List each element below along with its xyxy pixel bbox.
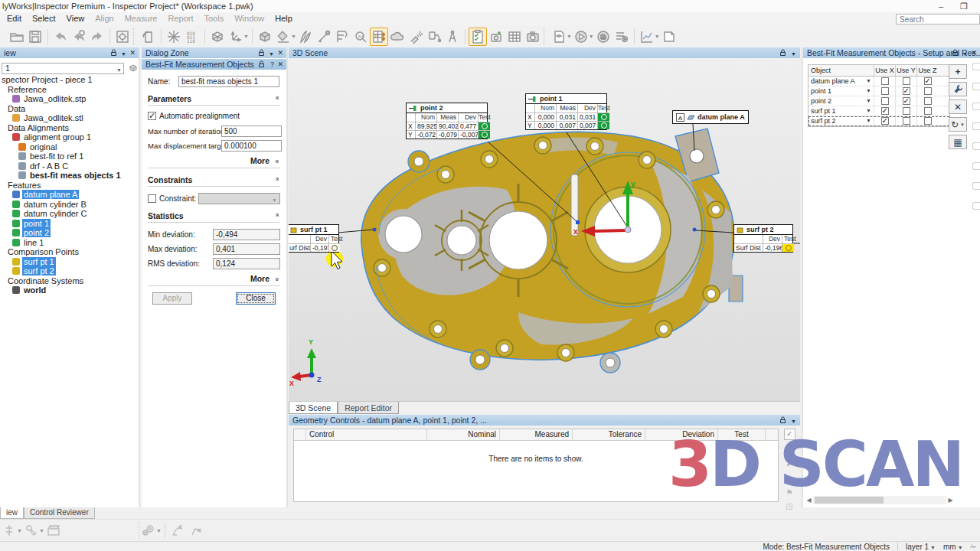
spray-icon[interactable] bbox=[407, 28, 425, 46]
tree-item-surf-pt-1[interactable]: surf pt 1 bbox=[0, 257, 139, 267]
tree-item-data-alignments[interactable]: Data Alignments bbox=[0, 123, 139, 133]
geo-col-test[interactable]: Test bbox=[718, 429, 766, 440]
toolbar-grip[interactable] bbox=[544, 28, 548, 45]
tree-item-jawa-odlitek-stl[interactable]: Jawa_odlitek.stl bbox=[0, 113, 139, 123]
geo-col-control[interactable]: Control bbox=[306, 429, 427, 440]
object-name[interactable]: point 1▼ bbox=[808, 87, 874, 95]
tree-item-best-fit-meas-objects-1[interactable]: best-fit meas objects 1 bbox=[0, 171, 139, 181]
save-icon[interactable] bbox=[26, 28, 44, 46]
parameters-more-button[interactable]: More » bbox=[148, 156, 280, 168]
undo-all-icon[interactable] bbox=[70, 28, 88, 46]
apply-button[interactable]: Apply bbox=[152, 292, 192, 305]
axes-triad-icon[interactable] bbox=[227, 28, 245, 46]
scrollbar-thumb[interactable] bbox=[815, 497, 884, 504]
menu-window[interactable]: Window bbox=[229, 13, 270, 24]
use-y-checkbox[interactable] bbox=[903, 107, 910, 115]
edge-icon[interactable] bbox=[972, 162, 980, 170]
geo-col-deviation[interactable]: Deviation bbox=[645, 429, 718, 440]
edge-icon[interactable] bbox=[972, 202, 980, 210]
add-object-button[interactable]: + bbox=[949, 64, 967, 79]
chevron-down-icon[interactable]: ▼ bbox=[269, 50, 274, 58]
menu-help[interactable]: Help bbox=[270, 13, 298, 24]
table-icon[interactable] bbox=[505, 28, 524, 46]
pin-icon[interactable] bbox=[952, 48, 959, 58]
help-icon[interactable]: ? bbox=[270, 60, 274, 69]
remove-button[interactable]: ✕ bbox=[949, 99, 967, 114]
undo-icon[interactable] bbox=[51, 28, 70, 46]
wireframe-box-icon[interactable] bbox=[208, 28, 227, 46]
menu-select[interactable]: Select bbox=[27, 13, 61, 24]
callout-datum-plane[interactable]: A datum plane A bbox=[672, 110, 749, 124]
delete-icon[interactable]: ✕ bbox=[786, 474, 792, 483]
tree-item-spector-project-piece-1[interactable]: spector Project - piece 1 bbox=[0, 75, 139, 85]
tree-item-datum-plane-a[interactable]: datum plane A bbox=[0, 190, 139, 200]
tree-item-datum-cylinder-b[interactable]: datum cylinder B bbox=[0, 200, 139, 210]
pin-icon[interactable] bbox=[258, 60, 265, 70]
snail-icon[interactable]: ◌ bbox=[787, 445, 792, 454]
constraints-section-header[interactable]: Constraints » bbox=[148, 175, 280, 187]
constraint-checkbox[interactable] bbox=[148, 194, 156, 203]
callout-surfpt1[interactable]: surf pt 1 DevTesturf Dist-0,197 bbox=[289, 224, 339, 253]
layer-selector[interactable]: layer 1▼ bbox=[906, 543, 936, 551]
snapshot-add-icon[interactable] bbox=[487, 28, 505, 46]
configure-button[interactable] bbox=[949, 82, 967, 96]
options-gear-icon[interactable] bbox=[113, 28, 132, 46]
use-x-checkbox[interactable] bbox=[881, 87, 889, 95]
stat-value-field[interactable] bbox=[213, 229, 280, 240]
stop-hand-icon[interactable] bbox=[594, 28, 612, 46]
tree-item-world[interactable]: world bbox=[0, 285, 139, 295]
use-z-checkbox[interactable] bbox=[924, 77, 932, 85]
object-display-button[interactable] bbox=[127, 62, 139, 74]
col-object[interactable]: Object bbox=[808, 67, 874, 74]
edge-icon[interactable] bbox=[972, 142, 980, 150]
use-x-checkbox[interactable] bbox=[881, 107, 889, 115]
tab-3d-scene[interactable]: 3D Scene bbox=[289, 402, 338, 414]
use-z-checkbox[interactable] bbox=[924, 117, 932, 125]
pin-icon[interactable] bbox=[110, 48, 117, 58]
tree-item-original[interactable]: original bbox=[0, 142, 139, 152]
edge-icon[interactable] bbox=[972, 182, 980, 190]
edge-icon[interactable] bbox=[972, 103, 980, 110]
use-x-checkbox[interactable] bbox=[881, 117, 889, 125]
camera-icon[interactable] bbox=[524, 28, 542, 46]
object-row-surf-pt-1[interactable]: surf pt 1▼ bbox=[808, 106, 949, 116]
displacement-input[interactable] bbox=[221, 140, 282, 152]
search-input[interactable] bbox=[896, 14, 980, 24]
pin-icon[interactable] bbox=[258, 48, 265, 58]
callout-point1[interactable]: point 1 NomMeasDevTestX0,0000,0310,031Y0… bbox=[525, 93, 607, 130]
close-icon[interactable]: ✕ bbox=[129, 48, 136, 57]
tree-item-drf-a-b-c[interactable]: drf - A B C bbox=[0, 161, 139, 171]
object-row-datum-plane-A[interactable]: datum plane A▼ bbox=[808, 77, 949, 86]
edge-icon[interactable] bbox=[972, 63, 980, 70]
caliper-icon[interactable] bbox=[333, 28, 351, 46]
tree-item-reference[interactable]: Reference bbox=[0, 85, 139, 95]
name-input[interactable] bbox=[178, 76, 279, 87]
chevron-down-icon[interactable]: ▼ bbox=[791, 50, 796, 58]
robot-arm-icon[interactable] bbox=[168, 521, 187, 540]
object-row-point-2[interactable]: point 2▼ bbox=[808, 96, 949, 106]
panel-tab-control-reviewer[interactable]: Control Reviewer bbox=[24, 507, 95, 519]
iterations-input[interactable] bbox=[221, 126, 282, 137]
use-y-checkbox[interactable] bbox=[903, 117, 910, 125]
probe-device-icon[interactable] bbox=[425, 28, 443, 46]
tree-item-line-1[interactable]: line 1 bbox=[0, 238, 139, 248]
measure-diamond-icon[interactable] bbox=[274, 28, 292, 46]
tree-item-coordinate-systems[interactable]: Coordinate Systems bbox=[0, 276, 139, 286]
menu-edit[interactable]: Edit bbox=[2, 13, 27, 24]
object-row-surf-pt-2[interactable]: surf pt 2▼ bbox=[808, 116, 949, 126]
slider-icon[interactable] bbox=[0, 521, 18, 540]
use-z-checkbox[interactable] bbox=[924, 87, 932, 95]
statistics-more-button[interactable]: More » bbox=[148, 274, 280, 286]
menu-report[interactable]: Report bbox=[162, 13, 198, 24]
edge-icon[interactable] bbox=[972, 83, 980, 90]
restore-button[interactable]: ❐ bbox=[956, 1, 972, 11]
use-x-checkbox[interactable] bbox=[881, 97, 889, 105]
col-use-x[interactable]: Use X bbox=[874, 65, 895, 76]
tree-item-point-1[interactable]: point 1 bbox=[0, 219, 139, 229]
tree-item-surf-pt-2[interactable]: surf pt 2 bbox=[0, 266, 139, 276]
col-use-z[interactable]: Use Z bbox=[916, 65, 938, 76]
edge-icon[interactable] bbox=[972, 122, 980, 130]
tree-item-best-fit-to-ref-1[interactable]: best-fit to ref 1 bbox=[0, 152, 139, 161]
object-row-point-1[interactable]: point 1▼ bbox=[808, 86, 949, 96]
stat-value-field[interactable] bbox=[213, 258, 280, 269]
